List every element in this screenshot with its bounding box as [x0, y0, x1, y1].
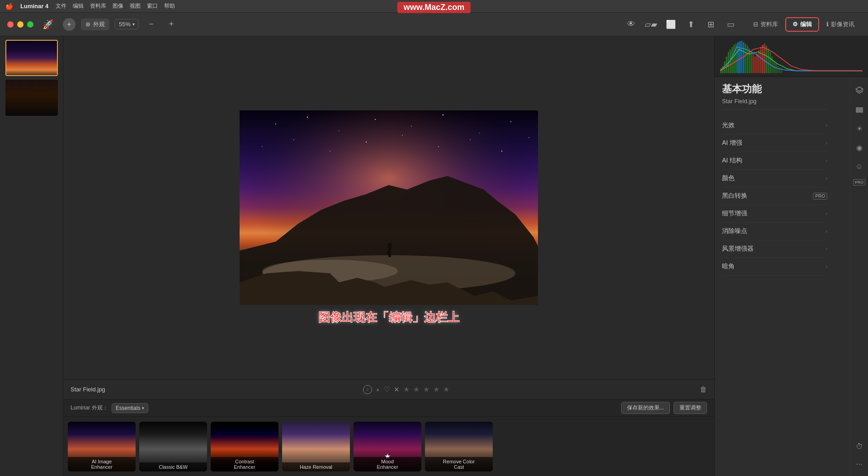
filmstrip-item-alley[interactable]	[5, 80, 58, 116]
svg-point-14	[479, 133, 480, 133]
preset-ai-enhancer[interactable]: AI ImageEnhancer	[68, 422, 136, 471]
toolbar: 🚀 + ⊛ 外观 55% ▾ − + 👁 ▱▰ ⬜ ⬆ ⊞ ▭ ⊟ 资料库 ⚙ …	[0, 13, 868, 36]
star-3[interactable]: ★	[423, 385, 429, 394]
face-icon[interactable]: ☺	[853, 160, 866, 173]
nav-library-button[interactable]: ⊟ 资料库	[747, 18, 784, 31]
nav-info-button[interactable]: ℹ 影像资讯	[820, 18, 861, 31]
edit-item-color[interactable]: 颜色 ›	[722, 170, 827, 187]
appearance-button[interactable]: ⊛ 外观	[81, 19, 109, 30]
preset-label-ai: AI ImageEnhancer	[68, 457, 136, 471]
traffic-red[interactable]	[7, 21, 14, 28]
svg-rect-38	[745, 44, 746, 73]
zoom-value: 55%	[119, 21, 131, 28]
preset-remove-color[interactable]: Remove ColorCast	[425, 422, 493, 471]
star-1[interactable]: ★	[403, 385, 410, 394]
preset-haze[interactable]: Haze Removal	[282, 422, 350, 471]
svg-rect-43	[755, 57, 756, 73]
reset-button[interactable]: 重置调整	[674, 402, 707, 414]
svg-point-15	[510, 121, 511, 122]
edit-arrow-structure: ›	[826, 157, 827, 164]
svg-rect-36	[741, 41, 742, 73]
menu-library[interactable]: 资料库	[90, 2, 106, 10]
preset-label: Luminar 外观：	[71, 404, 108, 412]
menu-window[interactable]: 窗口	[147, 2, 158, 10]
svg-rect-44	[756, 53, 758, 73]
edit-item-light[interactable]: 光效 ›	[722, 117, 827, 134]
sun-icon[interactable]: ☀	[853, 122, 866, 135]
menu-file[interactable]: 文件	[56, 2, 66, 10]
right-panel: 基本功能 Star Field.jpg 光效 › AI 增强 › AI 结构 ›…	[714, 36, 868, 476]
panel-section-title: 基本功能	[722, 82, 827, 96]
history-icon[interactable]: ⏱	[853, 440, 866, 453]
tools-icon[interactable]	[853, 103, 866, 116]
add-button[interactable]: +	[63, 18, 75, 31]
edit-arrow-noise: ›	[826, 228, 827, 234]
heart-button[interactable]: ♡	[384, 385, 390, 394]
photo-viewer: 图像出现在「编辑」边栏上	[63, 36, 714, 379]
svg-rect-50	[768, 48, 769, 73]
preset-mood[interactable]: ★ MoodEnhancer	[354, 422, 421, 471]
edit-item-noise[interactable]: 消除噪点 ›	[722, 223, 827, 240]
right-nav: ⊟ 资料库 ⚙ 编辑 ℹ 影像资讯	[747, 17, 861, 32]
star-4[interactable]: ★	[433, 385, 439, 394]
svg-point-22	[470, 139, 471, 140]
star-5[interactable]: ★	[443, 385, 449, 394]
star-2[interactable]: ★	[413, 385, 420, 394]
preset-dropdown[interactable]: Essentials ▾	[112, 403, 149, 413]
preset-classic-bw[interactable]: Classic B&W	[139, 422, 207, 471]
zoom-control[interactable]: 55% ▾	[115, 19, 139, 29]
app-name: Luminar 4	[20, 3, 48, 10]
info-icon: ℹ	[826, 21, 829, 28]
traffic-yellow[interactable]	[17, 21, 24, 28]
pro-side-badge[interactable]: PRO	[853, 179, 866, 186]
rating-controls: ○ ▲ ♡ ✕ ★ ★ ★ ★ ★	[116, 385, 696, 394]
save-preset-button[interactable]: 保存新的效果...	[621, 402, 670, 414]
svg-rect-31	[731, 47, 733, 73]
svg-rect-46	[760, 47, 761, 73]
svg-point-11	[375, 119, 376, 120]
zoom-minus-button[interactable]: −	[144, 17, 159, 32]
edit-panel: 基本功能 Star Field.jpg 光效 › AI 增强 › AI 结构 ›…	[715, 77, 850, 476]
split-view-icon[interactable]: ▱▰	[644, 17, 658, 32]
edit-item-detail[interactable]: 细节增强 ›	[722, 205, 827, 223]
menu-edit[interactable]: 编辑	[73, 2, 84, 10]
edit-item-ai-structure[interactable]: AI 结构 ›	[722, 152, 827, 170]
menu-view[interactable]: 视图	[130, 2, 141, 10]
edit-label-bw: 黑白转换	[722, 192, 747, 200]
edit-item-bw[interactable]: 黑白转换 PRO	[722, 187, 827, 205]
apple-icon[interactable]: 🍎	[5, 3, 13, 10]
edit-item-ai-enhance[interactable]: AI 增强 ›	[722, 134, 827, 152]
svg-rect-51	[769, 52, 771, 73]
layers-icon[interactable]	[853, 84, 866, 97]
frame-icon[interactable]: ▭	[723, 17, 738, 32]
circle-rating[interactable]: ○	[363, 385, 372, 394]
share-icon[interactable]: ⬆	[684, 17, 698, 32]
filmstrip	[0, 36, 63, 476]
nav-edit-button[interactable]: ⚙ 编辑	[785, 17, 819, 32]
svg-point-18	[330, 151, 330, 152]
edit-label-ai: AI 增强	[722, 139, 742, 147]
grid-icon[interactable]: ⊞	[703, 17, 718, 32]
traffic-green[interactable]	[27, 21, 33, 28]
annotation-text: 图像出现在「编辑」边栏上	[318, 309, 459, 325]
edit-arrow-light: ›	[826, 122, 827, 129]
menu-image[interactable]: 图像	[113, 2, 123, 10]
preview-icon[interactable]: 👁	[624, 17, 638, 32]
reject-button[interactable]: ✕	[394, 386, 400, 394]
preset-contrast[interactable]: ContrastEnhancer	[211, 422, 278, 471]
edit-item-vignette[interactable]: 暗角 ›	[722, 258, 827, 276]
svg-rect-59	[856, 108, 863, 109]
preset-label-bw: Classic B&W	[139, 462, 207, 471]
edit-item-landscape[interactable]: 风景增强器 ›	[722, 240, 827, 258]
watermark: www.MacZ.com	[397, 2, 471, 13]
filmstrip-item-star-field[interactable]	[5, 40, 58, 76]
menu-help[interactable]: 帮助	[164, 2, 175, 10]
zoom-plus-button[interactable]: +	[164, 17, 179, 32]
delete-button[interactable]: 🗑	[700, 386, 707, 394]
thumb-star-field	[6, 41, 57, 75]
crop-icon[interactable]: ⬜	[664, 17, 678, 32]
color-palette-icon[interactable]: ◉	[853, 141, 866, 154]
edit-arrow-color: ›	[826, 175, 827, 181]
more-icon[interactable]: ···	[856, 459, 863, 469]
svg-point-23	[501, 151, 502, 152]
